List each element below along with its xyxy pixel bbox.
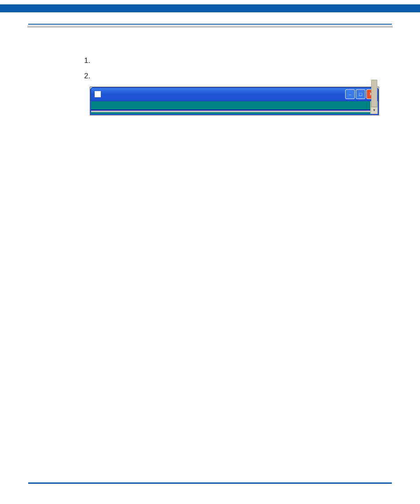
terminal-area: ▲ ▼ [90,101,379,115]
dot-pattern [0,0,420,4]
step-2 [92,71,384,81]
bios-title-bar [91,101,370,110]
scrollbar[interactable]: ▲ ▼ [370,101,378,114]
minimize-button[interactable] [345,89,355,99]
body-text [82,56,384,81]
footer-rule [28,482,392,484]
content-area: ▲ ▼ [36,46,384,115]
header-blue-bar [0,4,420,12]
header-rule-gray [27,26,393,28]
bios-footer-bar [91,112,370,114]
step-list [82,56,384,81]
step-1 [92,56,384,66]
scroll-thumb[interactable] [371,80,377,107]
maximize-button[interactable] [356,89,365,99]
page-footer [28,482,392,487]
putty-screenshot: ▲ ▼ [90,87,379,115]
putty-icon [95,91,101,97]
page-title [354,13,398,21]
header-rule-blue [28,24,392,25]
scroll-down-button[interactable]: ▼ [371,107,378,114]
window-titlebar[interactable] [90,87,379,101]
page-header [0,0,420,28]
